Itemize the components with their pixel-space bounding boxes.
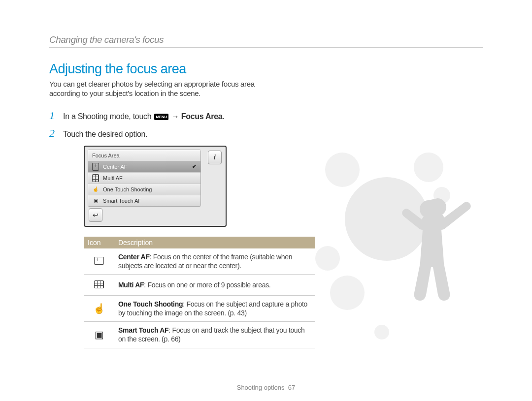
footer-section: Shooting options [237,384,285,391]
lcd-item-label: Smart Touch AF [103,198,141,204]
decorative-art [315,148,493,354]
table-desc: One Touch Shooting: Focus on the subject… [114,295,315,321]
step-1-number: 1 [49,109,63,122]
check-icon: ✔ [192,163,197,170]
description-table: Icon Description Center AF: Focus on the… [84,237,315,348]
table-header-icon: Icon [84,237,114,248]
table-row: ▣ Smart Touch AF: Focus on and track the… [84,322,315,348]
back-glyph: ↩ [93,211,99,219]
one-touch-icon: ☝ [84,295,114,321]
step-1-pre: In a Shooting mode, touch [63,112,153,121]
lcd-item-multi-af: Multi AF [88,173,200,184]
center-af-icon [92,164,99,170]
step-1-text: In a Shooting mode, touch MENU → Focus A… [63,112,225,121]
table-desc: Center AF: Focus on the center of the fr… [114,248,315,275]
lcd-item-label: Center AF [103,164,128,170]
desc-title: Center AF [118,253,150,261]
lcd-menu-list: Focus Area Center AF ✔ Multi AF ☝ One To… [88,150,201,207]
step-1: 1 In a Shooting mode, touch MENU → Focus… [49,109,483,122]
smart-touch-icon: ▣ [84,322,114,348]
desc-title: Smart Touch AF [118,326,168,334]
page-footer: Shooting options 67 [0,384,532,391]
center-af-icon [84,248,114,275]
smart-touch-icon: ▣ [92,198,99,204]
step-2-number: 2 [49,127,63,140]
child-silhouette [399,194,473,347]
lcd-menu-screenshot: i ↩ Focus Area Center AF ✔ Multi AF ☝ On… [84,146,227,227]
step-1-bold: Focus Area [181,112,223,121]
info-glyph: i [214,154,216,161]
menu-icon: MENU [154,114,168,120]
step-2-text: Touch the desired option. [63,130,147,139]
lcd-menu-title: Focus Area [88,150,200,161]
table-desc: Multi AF: Focus on one or more of 9 poss… [114,274,315,295]
section-title: Adjusting the focus area [49,62,483,77]
desc-body: : Focus on one or more of 9 possible are… [144,281,270,289]
lcd-item-smart-touch: ▣ Smart Touch AF [88,195,200,206]
footer-page: 67 [288,384,295,391]
table-header-description: Description [114,237,315,248]
multi-af-icon [92,175,99,181]
table-row: Multi AF: Focus on one or more of 9 poss… [84,274,315,295]
lcd-item-label: Multi AF [103,175,123,181]
lcd-item-center-af: Center AF ✔ [88,161,200,173]
step-1-period: . [222,112,224,121]
step-1-arrow: → [169,112,181,121]
one-touch-icon: ☝ [92,186,99,192]
lcd-item-one-touch: ☝ One Touch Shooting [88,184,200,195]
step-2: 2 Touch the desired option. [49,127,483,140]
table-desc: Smart Touch AF: Focus on and track the s… [114,322,315,348]
lcd-item-label: One Touch Shooting [103,186,152,192]
desc-title: One Touch Shooting [118,300,183,308]
divider [49,47,483,48]
table-row: ☝ One Touch Shooting: Focus on the subje… [84,295,315,321]
info-button-icon: i [208,151,222,164]
breadcrumb: Changing the camera's focus [49,34,483,45]
intro-text: You can get clearer photos by selecting … [49,80,281,98]
multi-af-icon [84,274,114,295]
back-button-icon: ↩ [89,208,102,222]
table-row: Center AF: Focus on the center of the fr… [84,248,315,275]
desc-title: Multi AF [118,281,144,289]
